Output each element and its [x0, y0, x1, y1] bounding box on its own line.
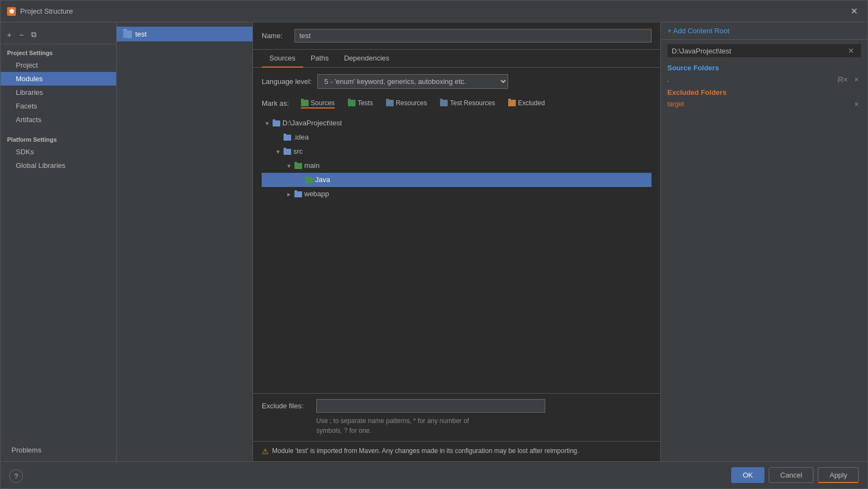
source-folder-dot-row: . R× ×: [667, 74, 861, 85]
project-structure-dialog: ⬟ Project Structure ✕ + − ⧉ Project Sett…: [0, 0, 868, 489]
dialog-title: Project Structure: [20, 7, 73, 15]
file-tree: ▼ D:\JavaProject\test .idea ▼: [262, 116, 652, 202]
module-list: test: [117, 22, 253, 461]
warning-text: Module 'test' is imported from Maven. An…: [272, 447, 579, 455]
module-item-test[interactable]: test: [117, 27, 252, 41]
language-label: Language level:: [262, 77, 312, 86]
src-folder-label: src: [293, 146, 303, 158]
expand-root: ▼: [264, 119, 270, 128]
excluded-item-target: target: [667, 100, 684, 108]
tab-paths[interactable]: Paths: [303, 50, 336, 68]
tabs-row: Sources Paths Dependencies: [253, 50, 660, 68]
source-folder-dot: .: [667, 76, 669, 83]
sidebar-item-global-libraries[interactable]: Global Libraries: [1, 159, 116, 172]
close-path-button[interactable]: ✕: [846, 46, 857, 55]
exclude-files-label: Exclude files:: [262, 402, 311, 410]
help-button[interactable]: ?: [9, 469, 23, 483]
apply-button[interactable]: Apply: [818, 467, 859, 483]
tree-item-main[interactable]: ▼ main: [262, 159, 652, 173]
exclude-hint: Use ; to separate name patterns, * for a…: [262, 416, 652, 436]
sidebar-item-sdks[interactable]: SDKs: [1, 145, 116, 159]
test-resources-folder-icon: [440, 100, 448, 106]
path-text: D:\JavaProject\test: [672, 47, 731, 55]
warning-row: ⚠ Module 'test' is imported from Maven. …: [253, 441, 660, 461]
sidebar-item-facets[interactable]: Facets: [1, 99, 116, 113]
sidebar-item-modules[interactable]: Modules: [1, 72, 116, 86]
bottom-bar-wrapper: ? OK Cancel Apply: [1, 461, 867, 488]
source-folders-header: Source Folders: [667, 61, 861, 74]
root-folder-label: D:\JavaProject\test: [282, 117, 342, 129]
source-folder-x-button[interactable]: ×: [852, 75, 861, 84]
source-folder-icons: R× ×: [836, 75, 861, 84]
sidebar-item-artifacts[interactable]: Artifacts: [1, 113, 116, 126]
excluded-folder-icon: [508, 100, 516, 106]
tab-sources[interactable]: Sources: [262, 50, 303, 68]
excluded-item-remove-button[interactable]: ×: [852, 100, 861, 108]
right-panel: + Add Content Root D:\JavaProject\test ✕…: [660, 22, 867, 461]
idea-folder-icon: [284, 135, 291, 141]
name-input[interactable]: [294, 29, 652, 43]
expand-webapp: ►: [286, 190, 292, 199]
app-icon: ⬟: [7, 7, 16, 16]
tab-dependencies[interactable]: Dependencies: [336, 50, 397, 68]
java-folder-label: Java: [315, 174, 330, 186]
main-content: + − ⧉ Project Settings Project Modules L…: [1, 22, 867, 461]
cancel-button[interactable]: Cancel: [769, 467, 813, 483]
warning-icon: ⚠: [262, 447, 269, 456]
language-select[interactable]: 5 - 'enum' keyword, generics, autoboxing…: [317, 74, 508, 89]
tree-item-idea[interactable]: .idea: [262, 130, 652, 144]
title-bar: ⬟ Project Structure ✕: [1, 1, 867, 22]
ok-button[interactable]: OK: [731, 467, 764, 483]
tree-item-webapp[interactable]: ► webapp: [262, 187, 652, 201]
root-folder-icon: [273, 120, 280, 126]
webapp-folder-label: webapp: [304, 188, 329, 200]
source-folder-r-button[interactable]: R×: [836, 75, 850, 84]
path-header: D:\JavaProject\test ✕: [667, 44, 861, 57]
tree-item-java[interactable]: Java: [262, 173, 652, 187]
copy-module-button[interactable]: ⧉: [29, 29, 39, 40]
module-panel: Name: Sources Paths Dependencies: [253, 22, 660, 461]
exclude-row: Exclude files:: [262, 399, 652, 413]
expand-src: ▼: [275, 147, 281, 156]
close-button[interactable]: ✕: [847, 5, 861, 17]
name-label: Name:: [262, 32, 289, 40]
mark-as-test-resources-button[interactable]: Test Resources: [436, 98, 499, 108]
resources-folder-icon: [386, 100, 394, 106]
platform-settings-label: Platform Settings: [1, 133, 116, 145]
title-bar-left: ⬟ Project Structure: [7, 7, 73, 16]
expand-main: ▼: [286, 161, 292, 171]
mark-as-row: Mark as: Sources Tests: [262, 98, 652, 108]
mark-as-excluded-button[interactable]: Excluded: [504, 98, 549, 108]
tree-item-src[interactable]: ▼ src: [262, 144, 652, 159]
sources-folder-icon: [301, 100, 309, 106]
idea-folder-label: .idea: [293, 131, 309, 143]
remove-module-button[interactable]: −: [17, 29, 26, 40]
language-row: Language level: 5 - 'enum' keyword, gene…: [262, 74, 652, 89]
add-module-button[interactable]: +: [5, 29, 14, 40]
exclude-files-input[interactable]: [316, 399, 545, 413]
module-folder-icon: [123, 31, 132, 38]
add-content-root-button[interactable]: + Add Content Root: [667, 27, 730, 35]
module-name: test: [135, 30, 147, 38]
sidebar-item-problems[interactable]: Problems: [1, 443, 116, 457]
tests-folder-icon: [348, 100, 355, 106]
exclude-section: Exclude files: Use ; to separate name pa…: [253, 393, 660, 441]
center-right: test Name: Sources Paths: [117, 22, 867, 461]
path-section: D:\JavaProject\test ✕ Source Folders . R…: [661, 40, 867, 114]
main-folder-icon: [294, 163, 302, 169]
sidebar-item-libraries[interactable]: Libraries: [1, 86, 116, 99]
excluded-item-row: target ×: [667, 99, 861, 110]
src-folder-icon: [284, 149, 291, 155]
main-folder-label: main: [304, 160, 320, 172]
mark-as-resources-button[interactable]: Resources: [382, 98, 431, 108]
mark-as-tests-button[interactable]: Tests: [343, 98, 377, 108]
mark-as-label: Mark as:: [262, 99, 289, 107]
sidebar-item-project[interactable]: Project: [1, 58, 116, 72]
webapp-folder-icon: [294, 191, 302, 197]
bottom-bar: OK Cancel Apply: [1, 461, 867, 488]
project-settings-label: Project Settings: [1, 46, 116, 58]
java-folder-icon: [305, 177, 313, 183]
tree-item-root[interactable]: ▼ D:\JavaProject\test: [262, 116, 652, 130]
sidebar: + − ⧉ Project Settings Project Modules L…: [1, 22, 117, 461]
mark-as-sources-button[interactable]: Sources: [297, 98, 339, 108]
